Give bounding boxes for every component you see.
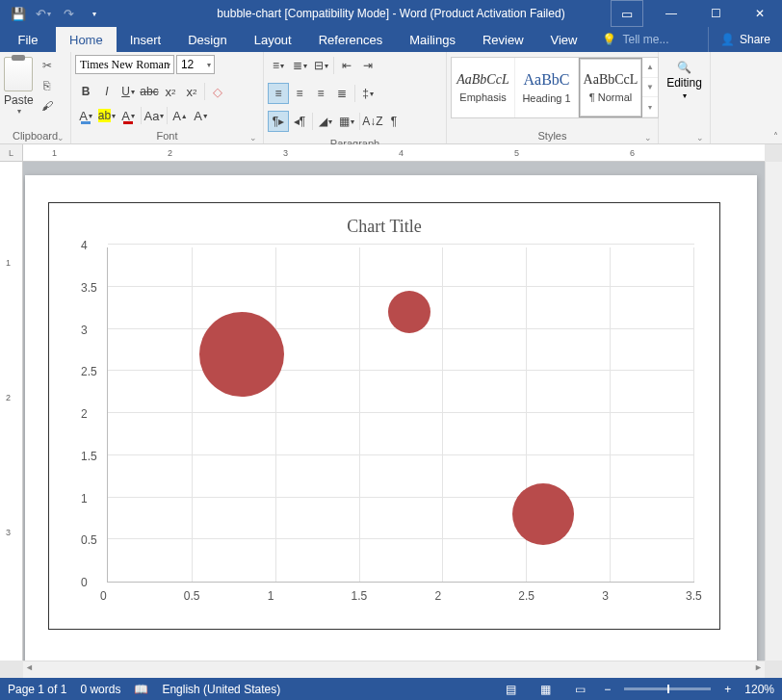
- font-name-combo[interactable]: Times New Roman: [75, 55, 174, 74]
- chart-bubble: [388, 291, 430, 333]
- maximize-button[interactable]: ☐: [693, 0, 738, 27]
- align-left-button[interactable]: ≡: [268, 83, 289, 104]
- zoom-slider[interactable]: [624, 687, 711, 690]
- scrollbar-vertical[interactable]: [765, 162, 782, 661]
- status-language[interactable]: English (United States): [162, 683, 280, 696]
- undo-icon[interactable]: ↶▾: [31, 0, 56, 27]
- cut-button[interactable]: ✂: [38, 57, 57, 74]
- ltr-button[interactable]: ¶▸: [268, 111, 289, 132]
- redo-icon[interactable]: ↷: [56, 0, 81, 27]
- style-normal[interactable]: AaBbCcL ¶ Normal: [579, 58, 642, 117]
- style-emphasis[interactable]: AaBbCcL Emphasis: [452, 58, 515, 117]
- proofing-icon[interactable]: 📖: [134, 683, 148, 696]
- tab-mailings[interactable]: Mailings: [396, 27, 469, 52]
- decrease-indent-button[interactable]: ⇤: [336, 55, 357, 76]
- chart-object[interactable]: Chart Title 00.511.522.533.500.511.522.5…: [48, 202, 720, 630]
- style-preview: AaBbCcL: [584, 72, 639, 88]
- group-label-font: Font: [75, 128, 259, 143]
- show-marks-button[interactable]: ¶: [383, 111, 404, 132]
- ruler-corner[interactable]: L: [0, 144, 23, 162]
- bullets-button[interactable]: ≡▾: [268, 55, 289, 76]
- tab-insert[interactable]: Insert: [117, 27, 175, 52]
- group-editing: 🔍 Editing ▾: [659, 52, 711, 143]
- view-read-button[interactable]: ▤: [500, 683, 521, 696]
- ruler-horizontal[interactable]: 123456: [23, 144, 765, 162]
- ruler-vertical[interactable]: 123: [0, 162, 23, 661]
- tell-me-search[interactable]: 💡Tell me...: [602, 27, 668, 52]
- status-bar: Page 1 of 1 0 words 📖 English (United St…: [0, 678, 782, 700]
- numbering-button[interactable]: ≣▾: [289, 55, 310, 76]
- grow-font-button[interactable]: A▲: [169, 105, 191, 126]
- zoom-in-button[interactable]: +: [724, 683, 731, 696]
- status-page[interactable]: Page 1 of 1: [8, 683, 66, 696]
- share-icon: 👤: [720, 33, 735, 46]
- view-print-button[interactable]: ▦: [534, 683, 556, 696]
- tell-me-label: Tell me...: [622, 33, 668, 46]
- rtl-button[interactable]: ◂¶: [289, 111, 310, 132]
- ribbon-options-icon[interactable]: ▭: [611, 0, 643, 27]
- qat-customize-icon[interactable]: ▾: [81, 0, 106, 27]
- style-name: ¶ Normal: [589, 91, 632, 103]
- bold-button[interactable]: B: [75, 81, 96, 102]
- font-size-combo[interactable]: 12: [176, 55, 215, 74]
- tab-design[interactable]: Design: [174, 27, 240, 52]
- justify-button[interactable]: ≣: [331, 83, 352, 104]
- style-name: Emphasis: [459, 91, 506, 103]
- line-spacing-button[interactable]: ‡▾: [357, 83, 378, 104]
- increase-indent-button[interactable]: ⇥: [357, 55, 378, 76]
- status-words[interactable]: 0 words: [80, 683, 120, 696]
- clear-format-button[interactable]: ◇: [207, 81, 228, 102]
- text-effects-button[interactable]: A▾: [75, 105, 96, 126]
- shading-button[interactable]: ◢▾: [315, 111, 336, 132]
- share-label: Share: [740, 33, 770, 46]
- tab-view[interactable]: View: [537, 27, 591, 52]
- tab-home[interactable]: Home: [56, 27, 117, 52]
- ribbon-tabs: File Home Insert Design Layout Reference…: [0, 27, 782, 52]
- format-painter-button[interactable]: 🖌: [38, 97, 57, 115]
- close-button[interactable]: ✕: [738, 0, 782, 27]
- page-scroll[interactable]: Chart Title 00.511.522.533.500.511.522.5…: [23, 162, 765, 661]
- tab-references[interactable]: References: [305, 27, 396, 52]
- view-web-button[interactable]: ▭: [569, 683, 590, 696]
- subscript-button[interactable]: x2: [160, 81, 181, 102]
- titlebar: 💾 ↶▾ ↷ ▾ bubble-chart [Compatibility Mod…: [0, 0, 782, 27]
- change-case-button[interactable]: Aa▾: [143, 105, 165, 126]
- align-center-button[interactable]: ≡: [289, 83, 310, 104]
- group-font: Times New Roman 12 B I U▾ abc x2 x2 ◇ A▾…: [71, 52, 264, 143]
- chart-bubble: [199, 312, 284, 397]
- style-scroll[interactable]: ▲▼▾: [642, 58, 658, 117]
- scrollbar-horizontal[interactable]: [23, 661, 765, 678]
- tab-file[interactable]: File: [0, 27, 56, 52]
- align-right-button[interactable]: ≡: [310, 83, 331, 104]
- copy-button[interactable]: ⎘: [38, 77, 57, 94]
- editing-button[interactable]: 🔍 Editing ▾: [666, 61, 702, 100]
- style-preview: AaBbC: [524, 71, 570, 89]
- minimize-button[interactable]: —: [649, 0, 693, 27]
- ribbon: Paste ▾ ✂ ⎘ 🖌 Clipboard Times New Roman …: [0, 52, 782, 144]
- multilevel-button[interactable]: ⊟▾: [310, 55, 331, 76]
- borders-button[interactable]: ▦▾: [336, 111, 357, 132]
- bulb-icon: 💡: [602, 33, 616, 46]
- sort-button[interactable]: A↓Z: [362, 111, 383, 132]
- save-icon[interactable]: 💾: [6, 0, 31, 27]
- style-heading1[interactable]: AaBbC Heading 1: [515, 58, 579, 117]
- zoom-level[interactable]: 120%: [744, 683, 774, 696]
- zoom-out-button[interactable]: −: [604, 683, 611, 696]
- italic-button[interactable]: I: [96, 81, 117, 102]
- share-button[interactable]: 👤Share: [708, 27, 782, 52]
- superscript-button[interactable]: x2: [181, 81, 202, 102]
- document-area: 123 Chart Title 00.511.522.533.500.511.5…: [0, 162, 782, 661]
- strikethrough-button[interactable]: abc: [139, 81, 160, 102]
- collapse-ribbon-button[interactable]: ˄: [773, 131, 778, 142]
- highlight-button[interactable]: ab▾: [96, 105, 117, 126]
- group-styles: AaBbCcL Emphasis AaBbC Heading 1 AaBbCcL…: [447, 52, 659, 143]
- shrink-font-button[interactable]: A▼: [191, 105, 212, 126]
- font-color-button[interactable]: A▾: [117, 105, 139, 126]
- chart-plot-area: 00.511.522.533.500.511.522.533.54: [107, 247, 694, 583]
- group-label-styles: Styles: [451, 128, 654, 143]
- paste-button[interactable]: Paste ▾: [4, 55, 34, 116]
- tab-review[interactable]: Review: [469, 27, 537, 52]
- underline-button[interactable]: U▾: [117, 81, 139, 102]
- style-gallery[interactable]: AaBbCcL Emphasis AaBbC Heading 1 AaBbCcL…: [451, 57, 659, 118]
- tab-layout[interactable]: Layout: [241, 27, 305, 52]
